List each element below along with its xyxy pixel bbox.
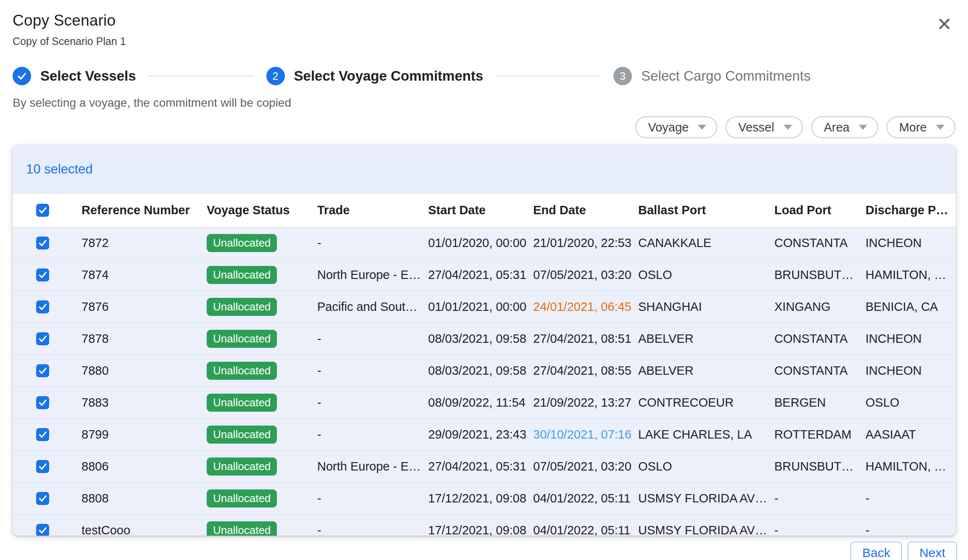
reference-number-cell: testCooo (82, 523, 207, 536)
select-all-checkbox[interactable] (36, 204, 49, 217)
stepper-connector (496, 76, 601, 76)
load-port-cell: CONSTANTA (774, 332, 865, 346)
row-checkbox[interactable] (36, 364, 49, 377)
filter-label: Area (824, 121, 850, 134)
trade-cell: Pacific and South … (317, 300, 428, 314)
more-filter-button[interactable]: More (886, 116, 955, 138)
discharge-port-cell: INCHEON (865, 332, 956, 346)
table-row[interactable]: 7876 Unallocated Pacific and South … 01/… (13, 291, 956, 323)
dialog-header: Copy Scenario Copy of Scenario Plan 1 ✕ (0, 12, 968, 47)
end-date-cell: 21/09/2022, 13:27 (533, 396, 638, 410)
voyage-status-badge: Unallocated (207, 266, 277, 284)
stepper-connector (149, 76, 254, 76)
column-header-voyage-status[interactable]: Voyage Status (207, 203, 317, 217)
trade-cell: - (317, 428, 428, 442)
reference-number-cell: 8799 (82, 428, 207, 442)
start-date-cell: 08/03/2021, 09:58 (428, 332, 533, 346)
caret-down-icon (784, 125, 792, 130)
voyage-status-badge: Unallocated (207, 457, 277, 476)
table-row[interactable]: testCooo Unallocated - 17/12/2021, 09:08… (13, 515, 956, 536)
table-row[interactable]: 8808 Unallocated - 17/12/2021, 09:08 04/… (13, 483, 956, 515)
reference-number-cell: 7883 (82, 396, 207, 410)
row-checkbox[interactable] (36, 524, 49, 536)
trade-cell: - (317, 492, 428, 505)
row-checkbox[interactable] (36, 268, 49, 281)
table-body: 7872 Unallocated - 01/01/2020, 00:00 21/… (13, 227, 956, 536)
close-icon[interactable]: ✕ (935, 13, 954, 35)
reference-number-cell: 7878 (82, 332, 207, 346)
end-date-cell: 04/01/2022, 05:11 (533, 492, 638, 505)
start-date-cell: 27/04/2021, 05:31 (428, 268, 533, 282)
discharge-port-cell: INCHEON (865, 236, 956, 250)
start-date-cell: 01/01/2021, 00:00 (428, 300, 533, 314)
end-date-cell: 27/04/2021, 08:55 (533, 364, 638, 378)
filter-bar: Voyage Vessel Area More (0, 116, 955, 138)
column-header-end-date[interactable]: End Date (533, 203, 638, 217)
step-number-badge: 3 (613, 67, 632, 85)
ballast-port-cell: LAKE CHARLES, LA (638, 428, 774, 442)
trade-cell: North Europe - Eas… (317, 268, 428, 282)
table-row[interactable]: 7883 Unallocated - 08/09/2022, 11:54 21/… (13, 387, 956, 419)
reference-number-cell: 8808 (82, 492, 207, 505)
column-header-ballast-port[interactable]: Ballast Port (638, 203, 774, 217)
start-date-cell: 27/04/2021, 05:31 (428, 460, 533, 473)
caret-down-icon (936, 125, 944, 130)
ballast-port-cell: SHANGHAI (638, 300, 774, 314)
row-checkbox[interactable] (36, 428, 49, 441)
row-checkbox[interactable] (36, 237, 49, 250)
next-button[interactable]: Next (908, 542, 957, 560)
table-row[interactable]: 7880 Unallocated - 08/03/2021, 09:58 27/… (13, 355, 956, 387)
table-row[interactable]: 7874 Unallocated North Europe - Eas… 27/… (13, 259, 956, 291)
row-checkbox[interactable] (36, 300, 49, 313)
start-date-cell: 08/03/2021, 09:58 (428, 364, 533, 378)
table-row[interactable]: 8799 Unallocated - 29/09/2021, 23:43 30/… (13, 419, 956, 451)
selected-count: 10 selected (26, 162, 93, 177)
step-select-cargo-commitments[interactable]: 3 Select Cargo Commitments (613, 67, 810, 85)
end-date-cell: 24/01/2021, 06:45 (533, 300, 638, 314)
filter-label: Vessel (738, 121, 774, 134)
end-date-cell: 27/04/2021, 08:51 (533, 332, 638, 346)
ballast-port-cell: ABELVER (638, 332, 774, 346)
start-date-cell: 17/12/2021, 09:08 (428, 523, 533, 536)
row-checkbox[interactable] (36, 460, 49, 473)
back-button[interactable]: Back (850, 542, 902, 560)
column-header-discharge-port[interactable]: Discharge Port (865, 203, 956, 217)
row-checkbox[interactable] (36, 332, 49, 345)
table-row[interactable]: 7878 Unallocated - 08/03/2021, 09:58 27/… (13, 323, 956, 355)
table-row[interactable]: 7872 Unallocated - 01/01/2020, 00:00 21/… (13, 227, 956, 259)
row-checkbox[interactable] (36, 396, 49, 409)
step-label: Select Cargo Commitments (641, 68, 810, 84)
voyage-filter-button[interactable]: Voyage (635, 116, 717, 138)
discharge-port-cell: AASIAAT (865, 428, 956, 442)
discharge-port-cell: - (865, 492, 956, 505)
load-port-cell: BRUNSBUTTEL (774, 268, 865, 282)
step-select-vessels[interactable]: Select Vessels (13, 67, 136, 85)
column-header-start-date[interactable]: Start Date (428, 203, 533, 217)
discharge-port-cell: HAMILTON, ON (865, 268, 956, 282)
end-date-cell: 07/05/2021, 03:20 (533, 460, 638, 473)
column-header-reference-number[interactable]: Reference Number (82, 203, 207, 217)
ballast-port-cell: OSLO (638, 268, 774, 282)
trade-cell: - (317, 236, 428, 250)
ballast-port-cell: CANAKKALE (638, 236, 774, 250)
vessel-filter-button[interactable]: Vessel (726, 116, 802, 138)
reference-number-cell: 7874 (82, 268, 207, 282)
trade-cell: North Europe - Eas… (317, 460, 428, 473)
load-port-cell: BRUNSBUTTEL (774, 460, 865, 473)
column-header-trade[interactable]: Trade (317, 203, 428, 217)
caret-down-icon (859, 125, 867, 130)
area-filter-button[interactable]: Area (811, 116, 878, 138)
ballast-port-cell: USMSY FLORIDA AVENUE (638, 523, 774, 536)
end-date-cell: 21/01/2020, 22:53 (533, 236, 638, 250)
discharge-port-cell: OSLO (865, 396, 956, 410)
trade-cell: - (317, 332, 428, 346)
discharge-port-cell: BENICIA, CA (865, 300, 956, 314)
start-date-cell: 17/12/2021, 09:08 (428, 492, 533, 505)
row-checkbox[interactable] (36, 492, 49, 505)
caret-down-icon (698, 125, 706, 130)
column-header-load-port[interactable]: Load Port (774, 203, 865, 217)
page-title: Copy Scenario (13, 12, 955, 29)
step-select-voyage-commitments[interactable]: 2 Select Voyage Commitments (266, 67, 484, 85)
table-row[interactable]: 8806 Unallocated North Europe - Eas… 27/… (13, 451, 956, 483)
reference-number-cell: 8806 (82, 460, 207, 473)
